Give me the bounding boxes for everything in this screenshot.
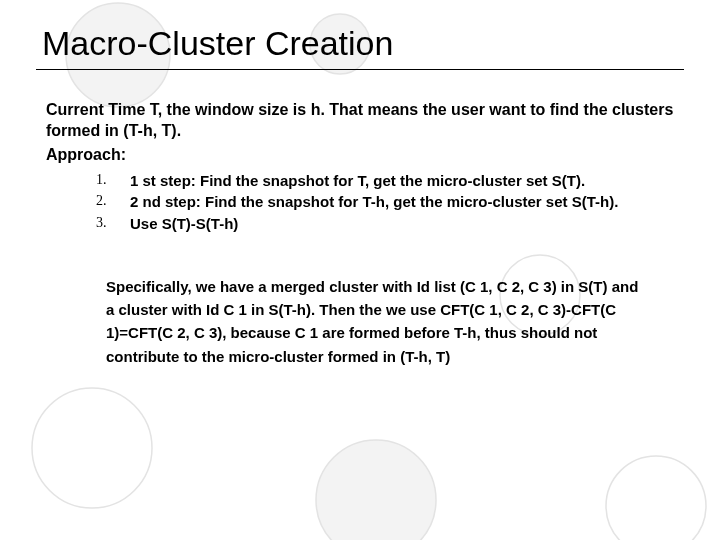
steps-list: 1. 1 st step: Find the snapshot for T, g… — [96, 170, 684, 235]
step-text: Use S(T)-S(T-h) — [130, 213, 684, 235]
step-number: 1. — [96, 170, 110, 192]
step-text: 2 nd step: Find the snapshot for T-h, ge… — [130, 191, 684, 213]
slide-content: Macro-Cluster Creation Current Time T, t… — [0, 0, 720, 368]
title-underline — [36, 69, 684, 70]
detail-paragraph: Specifically, we have a merged cluster w… — [106, 275, 644, 368]
slide-title: Macro-Cluster Creation — [42, 24, 684, 63]
list-item: 3. Use S(T)-S(T-h) — [96, 213, 684, 235]
list-item: 2. 2 nd step: Find the snapshot for T-h,… — [96, 191, 684, 213]
svg-point-5 — [606, 456, 706, 540]
intro-text: Current Time T, the window size is h. Th… — [46, 100, 678, 142]
svg-point-4 — [316, 440, 436, 540]
step-number: 2. — [96, 191, 110, 213]
list-item: 1. 1 st step: Find the snapshot for T, g… — [96, 170, 684, 192]
step-text: 1 st step: Find the snapshot for T, get … — [130, 170, 684, 192]
svg-point-3 — [32, 388, 152, 508]
step-number: 3. — [96, 213, 110, 235]
approach-label: Approach: — [46, 146, 684, 164]
